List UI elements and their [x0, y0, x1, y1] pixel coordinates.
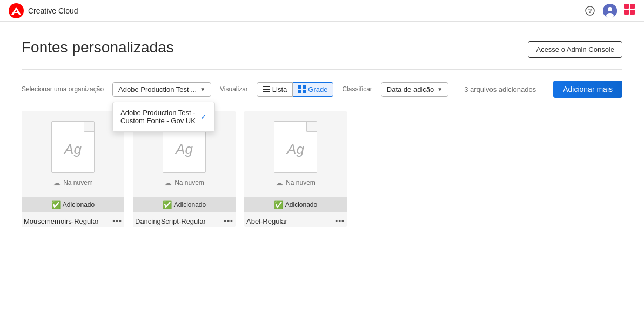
svg-rect-12 [263, 89, 270, 90]
cloud-status-label: Na nuvem [286, 179, 316, 186]
font-grid: Ag ☁ Na nuvem ✅ Adicionado Mousememoirs-… [22, 111, 622, 227]
svg-rect-10 [630, 10, 635, 15]
added-label: Adicionado [174, 201, 206, 209]
cloud-status-label: Na nuvem [175, 179, 204, 186]
svg-rect-7 [624, 4, 629, 9]
font-ag-label: Ag [287, 141, 304, 158]
cloud-status: ☁ Na nuvem [53, 178, 93, 187]
cloud-status-label: Na nuvem [63, 179, 93, 186]
view-grid-label: Grade [308, 85, 327, 93]
sort-selected-text: Data de adição [387, 85, 434, 93]
svg-rect-1 [14, 12, 18, 13]
file-count-label: 3 arquivos adicionados [457, 85, 545, 93]
cloud-status: ☁ Na nuvem [276, 178, 316, 187]
more-options-button[interactable]: ••• [224, 217, 233, 225]
dropdown-check-icon: ✓ [200, 112, 207, 121]
org-select[interactable]: Adobe Production Test ... ▼ [112, 82, 211, 97]
added-badge: ✅ Adicionado [163, 200, 206, 209]
section-divider [22, 69, 622, 70]
svg-marker-0 [11, 7, 21, 15]
org-label: Selecionar uma organização [22, 85, 104, 93]
svg-rect-8 [630, 4, 635, 9]
org-dropdown-menu: Adobe Production Test - Custom Fonte - G… [112, 102, 215, 132]
added-badge: ✅ Adicionado [274, 200, 317, 209]
font-name: Abel-Regular [246, 217, 287, 225]
font-card[interactable]: Ag ☁ Na nuvem ✅ Adicionado Abel-Regular … [244, 111, 347, 227]
adobe-apps-icon[interactable] [623, 3, 635, 18]
adobe-logo-icon [9, 3, 24, 18]
svg-rect-17 [303, 90, 306, 93]
svg-rect-14 [298, 85, 301, 89]
cloud-status: ☁ Na nuvem [164, 178, 204, 187]
svg-rect-11 [263, 86, 270, 87]
avatar[interactable] [603, 4, 617, 18]
visualizar-label: Visualizar [220, 85, 248, 93]
org-selected-text: Adobe Production Test ... [118, 85, 197, 93]
dropdown-item-label: Adobe Production Test - Custom Fonte - G… [120, 109, 200, 125]
admin-console-button[interactable]: Acesse o Admin Console [528, 41, 622, 58]
classificar-label: Classificar [342, 85, 372, 93]
svg-rect-15 [303, 85, 306, 89]
font-card[interactable]: Ag ☁ Na nuvem ✅ Adicionado Mousememoirs-… [22, 111, 124, 227]
help-icon[interactable]: ? [583, 4, 596, 17]
check-circle-icon: ✅ [51, 200, 61, 209]
font-ag-label: Ag [64, 141, 82, 158]
font-card-footer: ✅ Adicionado [22, 197, 124, 212]
header-logo-area: Creative Cloud [9, 3, 78, 18]
added-badge: ✅ Adicionado [51, 200, 95, 209]
cloud-icon: ☁ [53, 178, 61, 187]
more-options-button[interactable]: ••• [335, 217, 345, 225]
added-label: Adicionado [63, 201, 95, 209]
view-grid-button[interactable]: Grade [293, 82, 333, 97]
font-name: DancingScript-Regular [135, 217, 206, 225]
sort-chevron-icon: ▼ [437, 86, 442, 92]
cloud-icon: ☁ [276, 178, 283, 187]
svg-text:?: ? [588, 8, 592, 14]
org-select-wrapper: Adobe Production Test ... ▼ Adobe Produc… [112, 82, 211, 97]
font-name: Mousememoirs-Regular [24, 217, 99, 225]
sort-select[interactable]: Data de adição ▼ [381, 82, 448, 97]
list-icon [263, 85, 270, 93]
font-card-preview: Ag ☁ Na nuvem [244, 111, 347, 197]
check-circle-icon: ✅ [163, 200, 172, 209]
admin-btn-area: Acesse o Admin Console [528, 39, 622, 58]
font-card-footer: ✅ Adicionado [133, 197, 236, 212]
view-list-label: Lista [272, 85, 287, 93]
svg-rect-13 [263, 91, 270, 92]
font-card-footer: ✅ Adicionado [244, 197, 347, 212]
font-name-row: DancingScript-Regular ••• [133, 212, 236, 227]
more-options-button[interactable]: ••• [112, 217, 122, 225]
font-name-row: Mousememoirs-Regular ••• [22, 212, 124, 227]
font-card-preview: Ag ☁ Na nuvem [22, 111, 124, 197]
svg-point-5 [608, 7, 612, 11]
svg-rect-16 [298, 90, 301, 93]
chevron-down-icon: ▼ [200, 86, 205, 92]
app-header: Creative Cloud ? [0, 0, 644, 22]
grid-icon [298, 85, 306, 93]
header-right-icons: ? [583, 3, 635, 18]
page-content: Fontes personalizadas Acesse o Admin Con… [0, 22, 644, 245]
dropdown-item[interactable]: Adobe Production Test - Custom Fonte - G… [113, 104, 214, 129]
font-name-row: Abel-Regular ••• [244, 212, 347, 227]
app-title: Creative Cloud [28, 6, 78, 15]
svg-rect-9 [624, 10, 629, 15]
check-circle-icon: ✅ [274, 200, 283, 209]
cloud-icon: ☁ [164, 178, 172, 187]
added-label: Adicionado [285, 201, 317, 209]
view-buttons-group: Lista Grade [257, 82, 334, 97]
page-top-row: Fontes personalizadas Acesse o Admin Con… [22, 39, 622, 69]
toolbar: Selecionar uma organização Adobe Product… [22, 81, 622, 98]
view-list-button[interactable]: Lista [257, 82, 293, 97]
page-title: Fontes personalizadas [22, 39, 174, 56]
add-more-button[interactable]: Adicionar mais [553, 81, 622, 98]
font-ag-label: Ag [176, 141, 193, 158]
font-doc-icon: Ag [274, 121, 317, 173]
font-doc-icon: Ag [51, 121, 95, 173]
